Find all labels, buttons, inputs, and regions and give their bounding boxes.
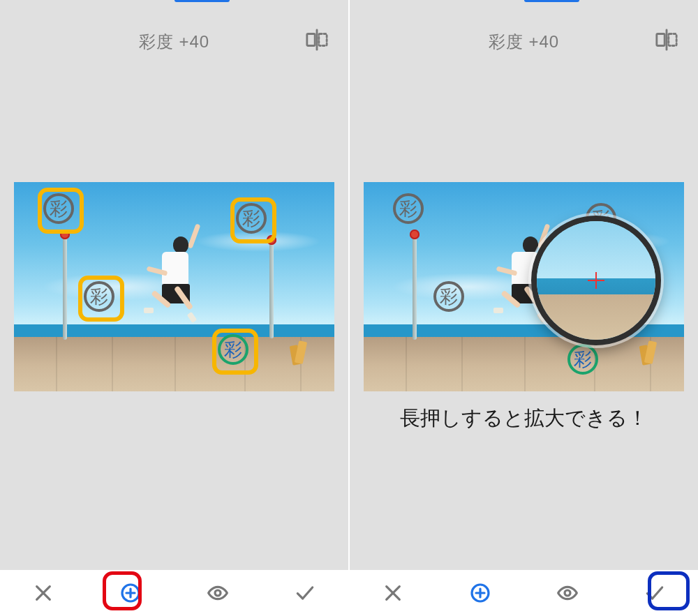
preview-button[interactable] xyxy=(202,577,234,609)
annotation-highlight-red xyxy=(103,571,142,610)
pole-light xyxy=(410,230,419,239)
control-point[interactable]: 彩 xyxy=(43,193,74,224)
editor-panel-left: 彩度 +40 彩 xyxy=(0,0,348,616)
annotation-highlight-blue xyxy=(648,571,690,610)
skateboards xyxy=(641,337,669,365)
image-canvas[interactable]: 彩 彩 彩 彩 xyxy=(364,182,684,391)
svg-point-8 xyxy=(215,590,221,596)
control-point[interactable]: 彩 xyxy=(236,203,267,234)
adjustment-value-label: 彩度 +40 xyxy=(489,31,559,53)
add-point-button[interactable] xyxy=(464,577,496,609)
magnifier-loupe xyxy=(531,216,661,345)
svg-rect-10 xyxy=(657,34,664,46)
bottom-toolbar xyxy=(350,570,698,616)
image-canvas[interactable]: 彩 彩 彩 彩 xyxy=(14,182,334,391)
svg-point-17 xyxy=(565,590,570,596)
status-row: 彩度 +40 xyxy=(0,24,348,59)
status-row: 彩度 +40 xyxy=(350,24,698,59)
pole xyxy=(63,235,67,340)
svg-rect-1 xyxy=(307,34,315,46)
slider-indicator[interactable] xyxy=(174,0,230,2)
pole xyxy=(269,241,274,338)
control-point-active[interactable]: 彩 xyxy=(567,344,598,375)
adjustment-value-label: 彩度 +40 xyxy=(139,31,209,53)
jumping-person xyxy=(147,231,206,336)
compare-before-after-icon[interactable] xyxy=(305,28,329,52)
svg-rect-11 xyxy=(669,34,676,46)
preview-button[interactable] xyxy=(551,577,584,609)
control-point-active[interactable]: 彩 xyxy=(218,334,248,365)
pole xyxy=(413,235,417,340)
skateboards xyxy=(291,337,319,365)
control-point[interactable]: 彩 xyxy=(433,281,464,312)
editor-panel-right: 彩度 +40 彩 彩 彩 彩 xyxy=(348,0,698,616)
svg-rect-2 xyxy=(319,34,327,46)
cancel-button[interactable] xyxy=(377,577,409,609)
bottom-toolbar xyxy=(0,570,348,616)
crosshair-icon xyxy=(588,272,604,289)
control-point[interactable]: 彩 xyxy=(84,281,114,312)
compare-before-after-icon[interactable] xyxy=(655,28,678,52)
cancel-button[interactable] xyxy=(27,577,59,609)
annotation-caption: 長押しすると拡大できる！ xyxy=(364,405,684,433)
slider-indicator[interactable] xyxy=(524,0,579,2)
control-point[interactable]: 彩 xyxy=(393,193,424,224)
confirm-button[interactable] xyxy=(289,577,321,609)
